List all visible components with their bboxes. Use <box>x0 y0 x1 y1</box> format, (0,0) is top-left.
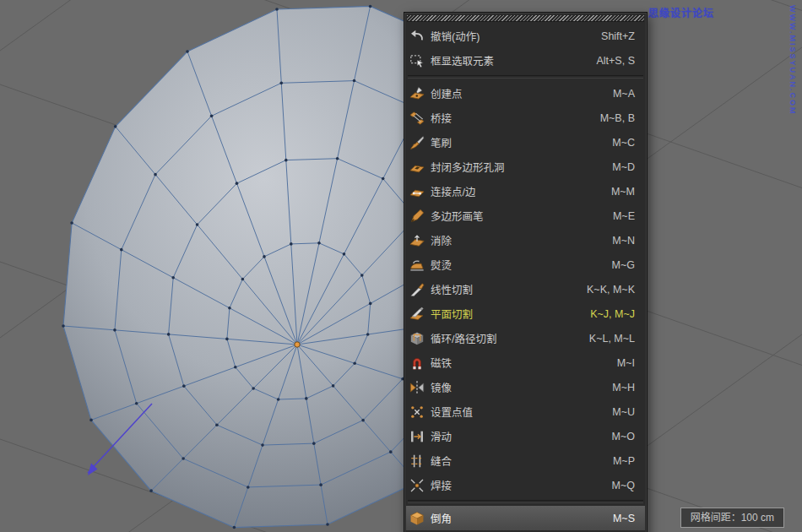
menu-item-mirror[interactable]: 镜像M~H <box>406 375 645 399</box>
iron-icon <box>409 258 425 273</box>
poly-pen-icon <box>409 209 425 224</box>
viewport-canvas[interactable] <box>0 0 802 532</box>
menu-item-iron[interactable]: 熨烫M~G <box>406 252 645 277</box>
menu-item-label: 桥接 <box>431 110 452 126</box>
line-cut-icon <box>409 282 425 297</box>
menu-item-label: 倒角 <box>431 510 452 526</box>
slide-icon <box>409 429 425 444</box>
menu-item-shortcut: M~Q <box>612 480 635 491</box>
connect-edge-icon <box>409 184 425 199</box>
menu-item-shortcut: M~N <box>612 235 635 247</box>
menu-item-label: 焊接 <box>431 477 452 493</box>
weld-icon <box>409 478 425 493</box>
undo-icon <box>409 29 425 44</box>
grid-spacing-badge: 网格间距：100 cm <box>680 508 784 528</box>
watermark-title: 思缘设计论坛 <box>648 5 714 19</box>
menu-item-shortcut: M~O <box>612 431 635 442</box>
menu-item-plane-cut[interactable]: 平面切割K~J, M~J <box>406 301 645 326</box>
bevel-icon <box>409 511 425 526</box>
menu-grip-handle[interactable] <box>407 15 644 22</box>
menu-item-label: 镜像 <box>431 379 452 395</box>
menu-item-shortcut: Shift+Z <box>601 30 635 42</box>
bridge-icon <box>409 111 425 126</box>
menu-item-connect-points-edges[interactable]: 连接点/边M~M <box>406 179 645 204</box>
menu-item-slide[interactable]: 滑动M~O <box>406 424 645 448</box>
menu-item-shortcut: M~I <box>617 357 635 369</box>
menu-item-shortcut: K~L, M~L <box>589 333 635 345</box>
menu-item-shortcut: M~D <box>612 161 635 173</box>
menu-item-label: 消除 <box>431 232 452 248</box>
set-point-icon <box>409 404 425 420</box>
loop-cut-icon <box>409 331 425 346</box>
viewport-stage: 思缘设计论坛 WWW.MISSYUAN.COM 网格间距：100 cm 撤销(动… <box>0 0 802 532</box>
menu-item-label: 循环/路径切割 <box>431 330 496 346</box>
menu-item-label: 平面切割 <box>431 306 473 322</box>
menu-item-set-point-value[interactable]: 设置点值M~U <box>406 399 645 424</box>
menu-item-label: 撤销(动作) <box>431 28 480 44</box>
magnet-icon <box>409 356 425 371</box>
menu-separator <box>408 500 643 503</box>
menu-item-shortcut: M~H <box>612 382 635 394</box>
menu-item-stitch-sew[interactable]: 缝合M~P <box>406 448 645 473</box>
menu-item-shortcut: M~U <box>612 406 635 418</box>
menu-item-label: 线性切割 <box>431 281 473 297</box>
menu-item-shortcut: M~P <box>613 455 635 467</box>
mirror-icon <box>409 380 425 395</box>
menu-item-label: 封闭多边形孔洞 <box>431 159 505 175</box>
menu-item-shortcut: K~K, M~K <box>587 284 635 296</box>
menu-item-bevel[interactable]: 倒角M~S <box>406 506 645 530</box>
menu-item-label: 创建点 <box>431 85 463 101</box>
menu-item-shortcut: M~M <box>611 186 635 198</box>
menu-item-shortcut: M~B, B <box>600 112 635 124</box>
menu-item-loop-path-cut[interactable]: 循环/路径切割K~L, M~L <box>406 326 645 350</box>
menu-item-bridge[interactable]: 桥接M~B, B <box>406 106 645 130</box>
menu-item-polygon-pen[interactable]: 多边形画笔M~E <box>406 204 645 228</box>
menu-item-list: 撤销(动作)Shift+Z框显选取元素Alt+S, S创建点M~A桥接M~B, … <box>406 24 645 532</box>
stitch-icon <box>409 453 425 469</box>
context-menu: 撤销(动作)Shift+Z框显选取元素Alt+S, S创建点M~A桥接M~B, … <box>404 12 648 532</box>
menu-item-brush[interactable]: 笔刷M~C <box>406 130 645 155</box>
menu-item-weld[interactable]: 焊接M~Q <box>406 473 645 497</box>
menu-item-shortcut: M~G <box>612 259 635 271</box>
menu-item-dissolve[interactable]: 消除M~N <box>406 228 645 252</box>
menu-item-label: 多边形画笔 <box>431 208 484 224</box>
menu-item-label: 缝合 <box>431 453 452 469</box>
dissolve-icon <box>409 233 425 248</box>
menu-item-shortcut: M~C <box>612 137 635 149</box>
menu-item-label: 笔刷 <box>431 134 452 150</box>
menu-item-undo-action[interactable]: 撤销(动作)Shift+Z <box>406 24 645 48</box>
menu-item-label: 框显选取元素 <box>431 52 494 68</box>
menu-item-label: 熨烫 <box>431 257 452 273</box>
menu-item-shortcut: M~S <box>613 513 635 524</box>
menu-item-label: 磁铁 <box>431 355 452 371</box>
menu-item-create-point[interactable]: 创建点M~A <box>406 81 645 106</box>
create-point-icon <box>409 86 425 101</box>
menu-item-shortcut: K~J, M~J <box>590 308 635 320</box>
menu-item-frame-selected[interactable]: 框显选取元素Alt+S, S <box>406 48 645 73</box>
menu-separator <box>408 75 643 79</box>
menu-item-line-cut[interactable]: 线性切割K~K, M~K <box>406 277 645 301</box>
plane-cut-icon <box>409 307 425 322</box>
menu-item-label: 滑动 <box>431 428 452 444</box>
menu-item-label: 设置点值 <box>431 404 473 420</box>
close-hole-icon <box>409 160 425 175</box>
brush-icon <box>409 135 425 150</box>
menu-item-magnet[interactable]: 磁铁M~I <box>406 350 645 375</box>
selected-center-point[interactable] <box>295 342 300 347</box>
frame-select-icon <box>409 53 425 68</box>
watermark-url: WWW.MISSYUAN.COM <box>788 5 797 116</box>
menu-item-shortcut: Alt+S, S <box>596 55 635 67</box>
menu-item-close-polygon-hole[interactable]: 封闭多边形孔洞M~D <box>406 155 645 179</box>
menu-item-label: 连接点/边 <box>431 183 475 199</box>
menu-item-shortcut: M~A <box>613 88 635 100</box>
menu-item-shortcut: M~E <box>613 210 635 222</box>
